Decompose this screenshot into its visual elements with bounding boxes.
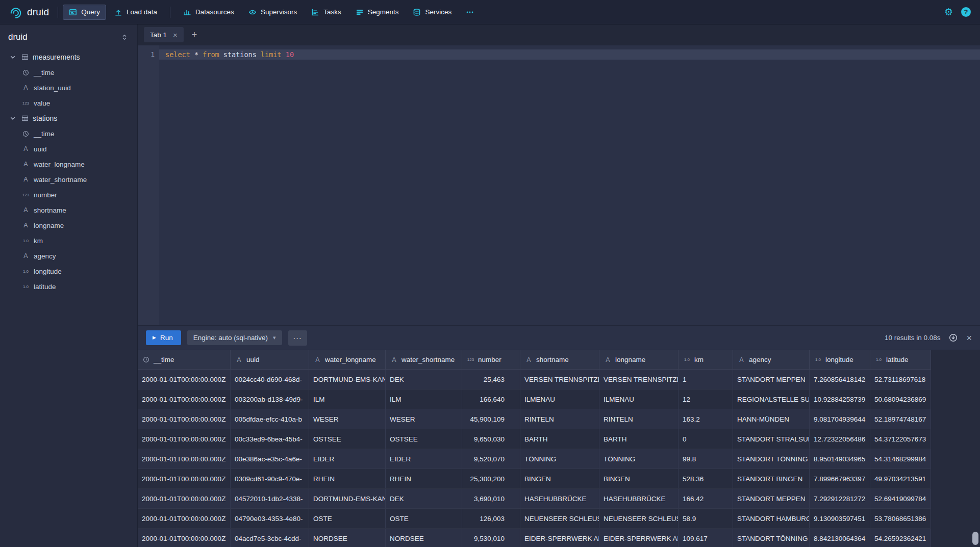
cell-latitude[interactable]: 54.31468299984 — [870, 449, 931, 468]
cell-water-longname[interactable]: OSTE — [309, 509, 386, 528]
column-agency[interactable]: Aagency — [0, 248, 137, 264]
header-cell-km[interactable]: 1.0km — [679, 350, 733, 369]
nav-item-segments[interactable]: Segments — [349, 5, 405, 20]
cell-water-longname[interactable]: WESER — [309, 409, 386, 429]
cell-longname[interactable]: BINGEN — [599, 469, 679, 488]
column-number[interactable]: 123number — [0, 187, 137, 202]
cell-number[interactable]: 9,650,030 — [462, 429, 520, 449]
cell-shortname[interactable]: BARTH — [520, 429, 599, 449]
cell--time[interactable]: 2000-01-01T00:00:00.000Z — [138, 509, 231, 528]
cell-water-longname[interactable]: EIDER — [309, 449, 386, 468]
nav-item-tasks[interactable]: Tasks — [305, 5, 347, 20]
column-value[interactable]: 123value — [0, 95, 137, 111]
header-cell-longitude[interactable]: 1.0longitude — [810, 350, 870, 369]
cell-longname[interactable]: ILMENAU — [599, 389, 679, 409]
nav-item-datasources[interactable]: Datasources — [177, 5, 240, 20]
cell-water-longname[interactable]: RHEIN — [309, 469, 386, 488]
help-icon[interactable]: ? — [961, 7, 971, 17]
settings-gear-icon[interactable]: ⚙ — [944, 7, 953, 17]
cell-longitude[interactable]: 7.260856418142 — [810, 370, 870, 389]
datasource-measurements[interactable]: measurements — [0, 49, 137, 65]
cell-water-shortname[interactable]: NORDSEE — [386, 529, 462, 547]
cell--time[interactable]: 2000-01-01T00:00:00.000Z — [138, 409, 231, 429]
header-cell--time[interactable]: __time — [138, 350, 231, 369]
cell-km[interactable]: 99.8 — [679, 449, 733, 468]
nav-item-query[interactable]: Query — [63, 5, 106, 20]
cell-longname[interactable]: BARTH — [599, 429, 679, 449]
cell-longitude[interactable]: 10.92884258739 — [810, 389, 870, 409]
column-longitude[interactable]: 1.0longitude — [0, 264, 137, 279]
header-cell-number[interactable]: 123number — [462, 350, 520, 369]
column-km[interactable]: 1.0km — [0, 233, 137, 248]
column-station-uuid[interactable]: Astation_uuid — [0, 80, 137, 95]
cell-agency[interactable]: STANDORT STRALSUND — [733, 429, 810, 449]
cell-agency[interactable]: STANDORT BINGEN — [733, 469, 810, 488]
cell-number[interactable]: 166,640 — [462, 389, 520, 409]
cell-agency[interactable]: STANDORT TÖNNING — [733, 449, 810, 468]
cell-km[interactable]: 58.9 — [679, 509, 733, 528]
cell-uuid[interactable]: 04acd7e5-3cbc-4cdd- — [231, 529, 309, 547]
cell-water-shortname[interactable]: OSTE — [386, 509, 462, 528]
cell-uuid[interactable]: 0309cd61-90c9-470e- — [231, 469, 309, 488]
cell-water-shortname[interactable]: OSTSEE — [386, 429, 462, 449]
cell-water-shortname[interactable]: ILM — [386, 389, 462, 409]
cell-km[interactable]: 0 — [679, 429, 733, 449]
nav-item-supervisors[interactable]: Supervisors — [242, 5, 303, 20]
close-results-icon[interactable]: × — [966, 333, 972, 343]
cell-shortname[interactable]: EIDER-SPERRWERK AP — [520, 529, 599, 547]
download-icon[interactable] — [949, 333, 958, 342]
brand[interactable]: druid — [5, 6, 53, 19]
column-shortname[interactable]: Ashortname — [0, 202, 137, 218]
cell-longitude[interactable]: 7.292912281272 — [810, 489, 870, 508]
cell-water-longname[interactable]: NORDSEE — [309, 529, 386, 547]
cell-water-longname[interactable]: OSTSEE — [309, 429, 386, 449]
engine-select[interactable]: Engine: auto (sql-native) ▾ — [187, 330, 282, 345]
cell-km[interactable]: 163.2 — [679, 409, 733, 429]
cell--time[interactable]: 2000-01-01T00:00:00.000Z — [138, 529, 231, 547]
header-cell-latitude[interactable]: 1.0latitude — [870, 350, 931, 369]
cell-agency[interactable]: STANDORT TÖNNING — [733, 529, 810, 547]
header-cell-longname[interactable]: Alongname — [599, 350, 679, 369]
cell-shortname[interactable]: VERSEN TRENNSPITZE — [520, 370, 599, 389]
cell-uuid[interactable]: 003200ab-d138-49d9- — [231, 389, 309, 409]
header-cell-agency[interactable]: Aagency — [733, 350, 810, 369]
cell-number[interactable]: 9,530,010 — [462, 529, 520, 547]
cell-uuid[interactable]: 04790e03-4353-4e80- — [231, 509, 309, 528]
cell-shortname[interactable]: NEUENSEER SCHLEUSE — [520, 509, 599, 528]
query-editor[interactable]: 1 select * from stations limit 10 — [138, 45, 980, 325]
cell-number[interactable]: 126,003 — [462, 509, 520, 528]
cell-latitude[interactable]: 50.68094236869 — [870, 389, 931, 409]
cell--time[interactable]: 2000-01-01T00:00:00.000Z — [138, 429, 231, 449]
nav-item-load-data[interactable]: Load data — [108, 5, 163, 20]
cell-latitude[interactable]: 52.18974748167 — [870, 409, 931, 429]
cell-uuid[interactable]: 00e386ac-e35c-4a6e- — [231, 449, 309, 468]
cell-longname[interactable]: EIDER-SPERRWERK AP — [599, 529, 679, 547]
add-tab-button[interactable]: + — [187, 27, 203, 42]
cell-agency[interactable]: STANDORT MEPPEN — [733, 370, 810, 389]
close-icon[interactable]: × — [173, 31, 178, 39]
column-water-longname[interactable]: Awater_longname — [0, 157, 137, 172]
cell-uuid[interactable]: 005dfdae-efcc-410a-b — [231, 409, 309, 429]
cell-uuid[interactable]: 00c33ed9-6bea-45b4- — [231, 429, 309, 449]
cell-km[interactable]: 166.42 — [679, 489, 733, 508]
cell-water-shortname[interactable]: DEK — [386, 370, 462, 389]
cell-water-longname[interactable]: ILM — [309, 389, 386, 409]
cell-water-shortname[interactable]: DEK — [386, 489, 462, 508]
column-uuid[interactable]: Auuid — [0, 141, 137, 157]
cell-agency[interactable]: REGIONALSTELLE SUHL — [733, 389, 810, 409]
cell--time[interactable]: 2000-01-01T00:00:00.000Z — [138, 370, 231, 389]
cell-water-shortname[interactable]: RHEIN — [386, 469, 462, 488]
cell-water-longname[interactable]: DORTMUND-EMS-KANAL — [309, 489, 386, 508]
cell-agency[interactable]: STANDORT HAMBURG — [733, 509, 810, 528]
header-cell-water-longname[interactable]: Awater_longname — [309, 350, 386, 369]
header-cell-water-shortname[interactable]: Awater_shortname — [386, 350, 462, 369]
cell-km[interactable]: 528.36 — [679, 469, 733, 488]
cell-shortname[interactable]: HASEHUBBRÜCKE — [520, 489, 599, 508]
cell-longitude[interactable]: 8.950149034965 — [810, 449, 870, 468]
cell--time[interactable]: 2000-01-01T00:00:00.000Z — [138, 449, 231, 468]
cell-latitude[interactable]: 53.78068651386 — [870, 509, 931, 528]
cell-km[interactable]: 109.617 — [679, 529, 733, 547]
cell--time[interactable]: 2000-01-01T00:00:00.000Z — [138, 389, 231, 409]
cell-longname[interactable]: TÖNNING — [599, 449, 679, 468]
cell-longname[interactable]: RINTELN — [599, 409, 679, 429]
